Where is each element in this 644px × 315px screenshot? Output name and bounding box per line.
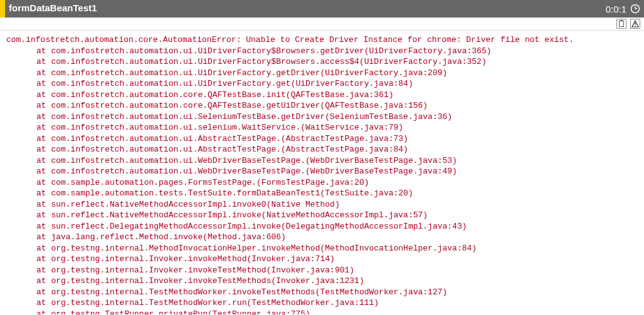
stack-frame: at org.testng.TestRunner.privateRun(Test…	[6, 309, 644, 315]
clock-icon	[630, 4, 640, 14]
status-spine	[0, 0, 5, 18]
svg-rect-4	[620, 20, 623, 21]
stack-frame: at sun.reflect.NativeMethodAccessorImpl.…	[6, 210, 644, 221]
warning-icon[interactable]	[630, 19, 640, 29]
stacktrace-panel: com.infostretch.automation.core.Automati…	[0, 31, 644, 314]
svg-point-7	[635, 26, 636, 27]
stacktrace-text: com.infostretch.automation.core.Automati…	[6, 34, 644, 314]
stack-frame: at com.infostretch.automation.ui.WebDriv…	[6, 155, 644, 167]
timer-block: 0:0:1	[602, 0, 644, 18]
stack-frame: at com.infostretch.automation.ui.WebDriv…	[6, 166, 644, 177]
stack-frame: at org.testng.internal.Invoker.invokeTes…	[6, 265, 644, 276]
test-header: formDataBeanTest1 0:0:1	[0, 0, 644, 18]
stack-frame: at com.sample.automation.pages.FormsTest…	[6, 177, 644, 188]
stack-frame: at sun.reflect.DelegatingMethodAccessorI…	[6, 221, 644, 232]
stack-frame: at com.infostretch.automation.ui.UiDrive…	[6, 56, 644, 68]
stack-frame: at com.infostretch.automation.ui.UiDrive…	[6, 68, 644, 79]
clipboard-icon[interactable]	[616, 19, 626, 29]
stack-frame: at com.infostretch.automation.ui.seleniu…	[6, 122, 644, 133]
stack-frame: at com.infostretch.automation.ui.Abstrac…	[6, 133, 644, 145]
stack-frame: at java.lang.reflect.Method.invoke(Metho…	[6, 232, 644, 243]
stack-frame: at com.sample.automation.tests.TestSuite…	[6, 188, 644, 199]
test-title: formDataBeanTest1	[5, 0, 602, 18]
stack-frame: at com.infostretch.automation.core.QAFTe…	[6, 100, 644, 111]
stack-frame: at org.testng.internal.TestMethodWorker.…	[6, 297, 644, 309]
stack-frame: at com.infostretch.automation.ui.Abstrac…	[6, 144, 644, 155]
stack-frame: at sun.reflect.NativeMethodAccessorImpl.…	[6, 199, 644, 210]
stack-frame: at org.testng.internal.TestMethodWorker.…	[6, 287, 644, 298]
toolbar	[0, 18, 644, 31]
stack-frame: at com.infostretch.automation.ui.UiDrive…	[6, 46, 644, 57]
error-message: com.infostretch.automation.core.Automati…	[6, 35, 574, 44]
svg-rect-3	[620, 21, 624, 27]
stack-frame: at org.testng.internal.Invoker.invokeMet…	[6, 254, 644, 265]
stack-frame: at com.infostretch.automation.core.QAFTe…	[6, 90, 644, 101]
stack-frame: at com.infostretch.automation.ui.Seleniu…	[6, 111, 644, 123]
stack-frame: at org.testng.internal.Invoker.invokeTes…	[6, 276, 644, 287]
stack-frame: at com.infostretch.automation.ui.UiDrive…	[6, 78, 644, 90]
timer-value: 0:0:1	[606, 4, 626, 14]
stack-frame: at org.testng.internal.MethodInvocationH…	[6, 243, 644, 254]
